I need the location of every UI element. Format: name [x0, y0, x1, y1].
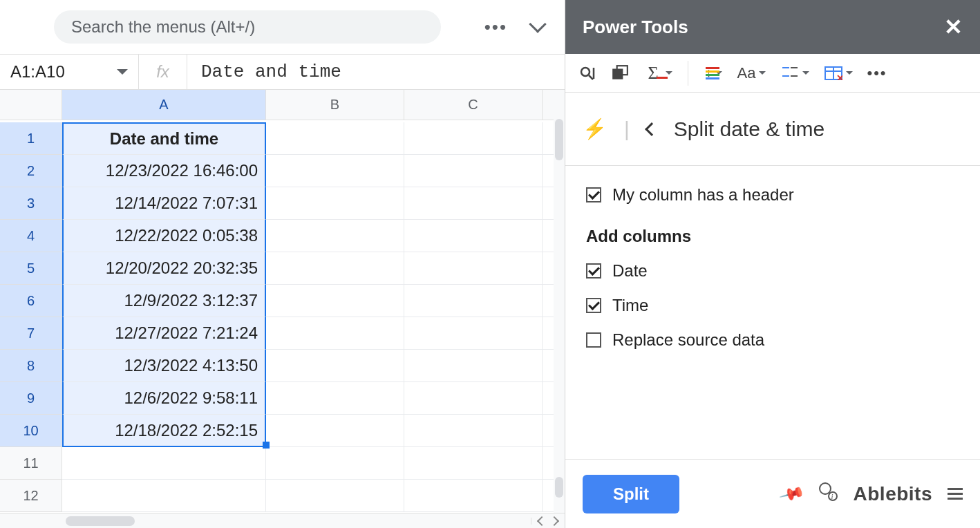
column-header[interactable]: B [266, 90, 404, 120]
cell[interactable]: 12/20/2022 20:32:35 [62, 252, 266, 285]
table-clear-icon: ✕ [824, 64, 842, 82]
sum-tool-dropdown[interactable]: Σ [644, 64, 672, 82]
cell[interactable] [404, 122, 543, 155]
row-header[interactable]: 8 [0, 350, 62, 382]
cell[interactable] [266, 447, 404, 480]
cell[interactable] [404, 350, 543, 382]
cell[interactable] [404, 447, 543, 480]
cell[interactable] [266, 122, 404, 155]
checkbox-label: Date [612, 261, 648, 281]
row-header[interactable]: 10 [0, 415, 62, 447]
cell[interactable] [266, 317, 404, 350]
cell[interactable] [404, 382, 543, 415]
cell[interactable]: 12/3/2022 4:13:50 [62, 350, 266, 382]
scrollbar-thumb[interactable] [66, 516, 135, 526]
cell[interactable]: 12/18/2022 2:52:15 [62, 415, 266, 447]
replace-checkbox-row[interactable]: Replace source data [586, 330, 959, 350]
selection-handle[interactable] [263, 442, 270, 449]
search-tool-icon[interactable] [578, 64, 596, 82]
text-tool-dropdown[interactable]: Aa [737, 64, 766, 82]
cell[interactable] [404, 285, 543, 317]
row-header[interactable]: 1 [0, 122, 62, 155]
cell[interactable] [404, 155, 543, 187]
cell[interactable] [266, 350, 404, 382]
svg-point-0 [581, 68, 590, 76]
date-checkbox-row[interactable]: Date [586, 261, 959, 281]
info-icon[interactable]: i [818, 481, 838, 507]
back-icon[interactable] [645, 122, 659, 136]
header-checkbox-row[interactable]: My column has a header [586, 185, 959, 205]
split-button[interactable]: Split [583, 475, 679, 513]
name-box[interactable]: A1:A10 [0, 55, 138, 89]
cell[interactable]: Date and time [62, 122, 266, 155]
select-all-corner[interactable] [0, 90, 62, 120]
cell[interactable]: 12/22/2022 0:05:38 [62, 220, 266, 252]
cell[interactable] [266, 252, 404, 285]
vertical-scrollbar[interactable] [554, 90, 565, 513]
horizontal-scrollbar[interactable] [0, 513, 565, 528]
time-checkbox-row[interactable]: Time [586, 296, 959, 315]
panel-footer: Split 📌 i Ablebits [565, 459, 980, 528]
scrollbar-thumb[interactable] [555, 477, 563, 498]
dedupe-tool-icon[interactable] [611, 64, 629, 82]
row-header[interactable]: 5 [0, 252, 62, 285]
svg-text:i: i [831, 492, 833, 500]
formula-bar-input[interactable]: Date and time [187, 55, 565, 89]
spreadsheet-grid[interactable]: ABC1Date and time212/23/2022 16:46:00312… [0, 90, 565, 513]
bolt-icon[interactable]: ⚡ [583, 117, 607, 140]
cell[interactable] [266, 382, 404, 415]
cell[interactable] [266, 220, 404, 252]
menu-search-input[interactable]: Search the menus (Alt+/) [54, 10, 441, 44]
sort-icon [704, 64, 722, 82]
checkbox-icon [586, 187, 601, 202]
column-header[interactable]: A [62, 90, 266, 120]
menu-icon[interactable] [948, 488, 963, 500]
scrollbar-thumb[interactable] [555, 119, 563, 160]
close-icon[interactable]: ✕ [944, 14, 963, 40]
name-box-dropdown-icon[interactable] [117, 69, 128, 75]
collapse-chevron-icon[interactable] [529, 15, 546, 32]
scroll-left-icon[interactable] [537, 516, 547, 525]
row-header[interactable]: 9 [0, 382, 62, 415]
svg-line-1 [589, 75, 593, 79]
cell[interactable] [404, 415, 543, 447]
cell[interactable] [62, 480, 266, 512]
clear-tool-dropdown[interactable]: ✕ [824, 64, 853, 82]
cell[interactable]: 12/23/2022 16:46:00 [62, 155, 266, 187]
more-icon[interactable]: ••• [484, 17, 507, 38]
row-header[interactable]: 2 [0, 155, 62, 187]
fx-icon: fx [138, 55, 187, 89]
column-header[interactable]: C [404, 90, 543, 120]
cell[interactable] [62, 447, 266, 480]
row-header[interactable]: 6 [0, 285, 62, 317]
row-header[interactable]: 11 [0, 447, 62, 480]
split-tool-dropdown[interactable] [781, 64, 809, 82]
checkbox-label: Replace source data [612, 330, 764, 350]
scroll-right-icon[interactable] [549, 516, 559, 525]
cell[interactable] [266, 155, 404, 187]
row-header[interactable]: 3 [0, 187, 62, 220]
checkbox-label: My column has a header [612, 185, 794, 205]
more-tools-icon[interactable]: ••• [868, 64, 886, 82]
cell[interactable] [404, 252, 543, 285]
cell[interactable] [266, 415, 404, 447]
dropdown-icon [666, 71, 672, 75]
section-title: Add columns [586, 227, 959, 246]
cell[interactable]: 12/6/2022 9:58:11 [62, 382, 266, 415]
row-header[interactable]: 4 [0, 220, 62, 252]
cell[interactable] [266, 187, 404, 220]
cell[interactable] [404, 220, 543, 252]
row-header[interactable]: 12 [0, 480, 62, 512]
cell[interactable] [404, 480, 543, 512]
cell[interactable]: 12/9/2022 3:12:37 [62, 285, 266, 317]
search-bar: Search the menus (Alt+/) ••• [0, 0, 565, 54]
row-header[interactable]: 7 [0, 317, 62, 350]
cell[interactable] [266, 285, 404, 317]
cell[interactable] [266, 480, 404, 512]
cell[interactable] [404, 317, 543, 350]
cell[interactable]: 12/14/2022 7:07:31 [62, 187, 266, 220]
cell[interactable]: 12/27/2022 7:21:24 [62, 317, 266, 350]
cell[interactable] [404, 187, 543, 220]
sort-tool-dropdown[interactable]: ↕ [704, 64, 722, 82]
pin-icon[interactable]: 📌 [778, 480, 806, 507]
